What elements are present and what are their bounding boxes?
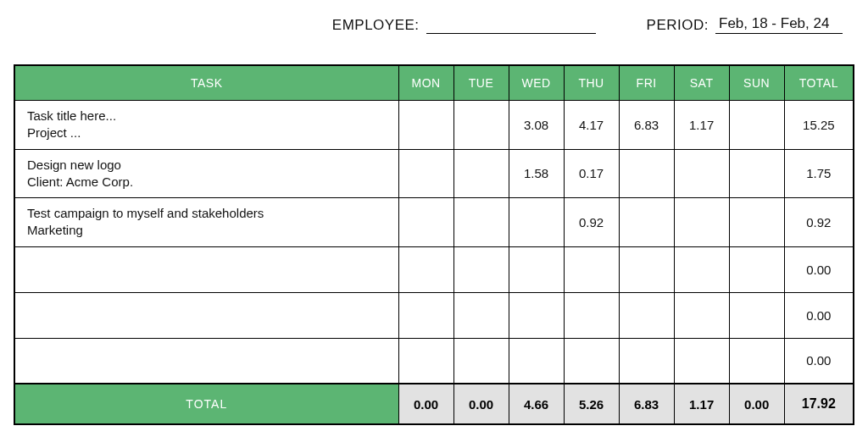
hours-cell[interactable]: 1.17 <box>674 101 729 150</box>
hours-cell[interactable] <box>453 246 509 292</box>
header-task: TASK <box>14 65 398 101</box>
period-value[interactable]: Feb, 18 - Feb, 24 <box>715 15 843 34</box>
employee-label: EMPLOYEE: <box>332 17 420 34</box>
task-cell[interactable] <box>14 246 398 292</box>
hours-cell[interactable] <box>509 338 564 384</box>
footer-tue: 0.00 <box>453 384 509 424</box>
table-row: 0.00 <box>14 292 854 338</box>
hours-cell[interactable] <box>509 198 564 247</box>
task-title: Test campaign to myself and stakeholders <box>27 205 387 222</box>
period-field: PERIOD: Feb, 18 - Feb, 24 <box>647 15 843 34</box>
header-mon: MON <box>398 65 453 101</box>
hours-cell[interactable] <box>398 338 453 384</box>
task-subtitle: Client: Acme Corp. <box>27 174 387 191</box>
hours-cell[interactable] <box>453 101 509 150</box>
task-title: Task title here... <box>27 108 387 124</box>
hours-cell[interactable] <box>729 246 784 292</box>
timesheet-table: TASK MON TUE WED THU FRI SAT SUN TOTAL T… <box>14 64 854 425</box>
row-total: 1.75 <box>784 149 854 198</box>
task-cell[interactable] <box>14 292 398 338</box>
hours-cell[interactable] <box>564 246 619 292</box>
hours-cell[interactable] <box>398 246 453 292</box>
footer-label: TOTAL <box>14 384 398 424</box>
hours-cell[interactable] <box>729 149 784 198</box>
task-cell[interactable]: Task title here...Project ... <box>14 101 398 150</box>
task-subtitle: Project ... <box>27 124 387 141</box>
header-fri: FRI <box>619 65 674 101</box>
task-cell[interactable]: Design new logoClient: Acme Corp. <box>14 149 398 198</box>
hours-cell[interactable] <box>564 338 619 384</box>
hours-cell[interactable] <box>453 338 509 384</box>
hours-cell[interactable] <box>453 149 509 198</box>
header-total: TOTAL <box>784 65 854 101</box>
employee-field: EMPLOYEE: <box>332 15 596 34</box>
row-total: 0.92 <box>784 198 854 247</box>
footer-wed: 4.66 <box>509 384 564 424</box>
hours-cell[interactable] <box>564 292 619 338</box>
header-wed: WED <box>509 65 564 101</box>
task-subtitle: Marketing <box>27 222 387 239</box>
header-sun: SUN <box>729 65 784 101</box>
table-row: 0.00 <box>14 246 854 292</box>
row-total: 0.00 <box>784 246 854 292</box>
header-thu: THU <box>564 65 619 101</box>
hours-cell[interactable] <box>453 198 509 247</box>
footer-grand-total: 17.92 <box>784 384 854 424</box>
hours-cell[interactable] <box>619 198 674 247</box>
header-fields: EMPLOYEE: PERIOD: Feb, 18 - Feb, 24 <box>14 15 854 34</box>
employee-value[interactable] <box>426 15 596 34</box>
footer-row: TOTAL 0.00 0.00 4.66 5.26 6.83 1.17 0.00… <box>14 384 854 424</box>
header-sat: SAT <box>674 65 729 101</box>
task-cell[interactable]: Test campaign to myself and stakeholders… <box>14 198 398 247</box>
hours-cell[interactable] <box>729 101 784 150</box>
task-cell[interactable] <box>14 338 398 384</box>
hours-cell[interactable] <box>619 292 674 338</box>
header-tue: TUE <box>453 65 509 101</box>
hours-cell[interactable] <box>619 246 674 292</box>
hours-cell[interactable]: 6.83 <box>619 101 674 150</box>
table-body: Task title here...Project ...3.084.176.8… <box>14 101 854 384</box>
hours-cell[interactable] <box>619 338 674 384</box>
row-total: 0.00 <box>784 338 854 384</box>
hours-cell[interactable] <box>674 198 729 247</box>
hours-cell[interactable] <box>674 149 729 198</box>
footer-thu: 5.26 <box>564 384 619 424</box>
hours-cell[interactable] <box>674 246 729 292</box>
footer-fri: 6.83 <box>619 384 674 424</box>
table-row: Task title here...Project ...3.084.176.8… <box>14 101 854 150</box>
hours-cell[interactable] <box>398 149 453 198</box>
hours-cell[interactable] <box>674 292 729 338</box>
header-row: TASK MON TUE WED THU FRI SAT SUN TOTAL <box>14 65 854 101</box>
hours-cell[interactable]: 4.17 <box>564 101 619 150</box>
task-title: Design new logo <box>27 157 387 174</box>
hours-cell[interactable] <box>509 246 564 292</box>
hours-cell[interactable] <box>619 149 674 198</box>
table-row: Test campaign to myself and stakeholders… <box>14 198 854 247</box>
footer-sun: 0.00 <box>729 384 784 424</box>
table-row: 0.00 <box>14 338 854 384</box>
row-total: 15.25 <box>784 101 854 150</box>
hours-cell[interactable] <box>729 198 784 247</box>
hours-cell[interactable]: 3.08 <box>509 101 564 150</box>
row-total: 0.00 <box>784 292 854 338</box>
hours-cell[interactable]: 1.58 <box>509 149 564 198</box>
hours-cell[interactable] <box>729 338 784 384</box>
hours-cell[interactable] <box>398 292 453 338</box>
table-row: Design new logoClient: Acme Corp.1.580.1… <box>14 149 854 198</box>
hours-cell[interactable] <box>453 292 509 338</box>
footer-mon: 0.00 <box>398 384 453 424</box>
hours-cell[interactable] <box>674 338 729 384</box>
hours-cell[interactable]: 0.17 <box>564 149 619 198</box>
footer-sat: 1.17 <box>674 384 729 424</box>
period-label: PERIOD: <box>647 17 709 34</box>
hours-cell[interactable] <box>729 292 784 338</box>
hours-cell[interactable] <box>398 101 453 150</box>
hours-cell[interactable]: 0.92 <box>564 198 619 247</box>
hours-cell[interactable] <box>509 292 564 338</box>
hours-cell[interactable] <box>398 198 453 247</box>
